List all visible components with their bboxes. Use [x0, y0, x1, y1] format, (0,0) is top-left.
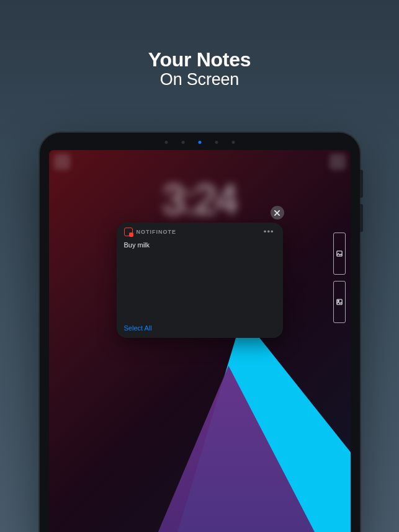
- ipad-device: 3:24 NOTIFINOTE ••• Buy milk Select All: [38, 131, 361, 532]
- top-right-blur: [330, 154, 346, 170]
- hero-subtitle: On Screen: [0, 70, 399, 89]
- volume-button: [360, 204, 363, 232]
- svg-rect-2: [336, 251, 341, 256]
- notifinote-icon: [124, 228, 133, 236]
- svg-rect-3: [336, 299, 341, 304]
- widget-group: NOTIFINOTE ••• Buy milk Select All: [117, 215, 283, 338]
- image-filled-icon: [336, 299, 343, 305]
- notes-widget[interactable]: NOTIFINOTE ••• Buy milk Select All: [117, 223, 283, 338]
- close-icon: [274, 210, 280, 216]
- side-handles: [333, 233, 346, 323]
- widget-header: NOTIFINOTE •••: [124, 228, 276, 236]
- side-handle-bottom[interactable]: [333, 281, 346, 323]
- note-content: Buy milk: [124, 239, 276, 324]
- image-icon: [336, 250, 343, 257]
- close-button[interactable]: [271, 206, 284, 219]
- volume-button: [360, 170, 363, 198]
- ipad-screen: 3:24 NOTIFINOTE ••• Buy milk Select All: [49, 150, 351, 532]
- widget-app-name: NOTIFINOTE: [137, 229, 177, 235]
- hero-text: Your Notes On Screen: [0, 48, 399, 89]
- ellipsis-icon[interactable]: •••: [264, 231, 276, 233]
- select-all-button[interactable]: Select All: [124, 324, 276, 332]
- top-left-blur: [54, 154, 70, 170]
- hero-title: Your Notes: [0, 48, 399, 71]
- side-handle-top[interactable]: [333, 233, 346, 275]
- sensor-dots: [164, 141, 235, 144]
